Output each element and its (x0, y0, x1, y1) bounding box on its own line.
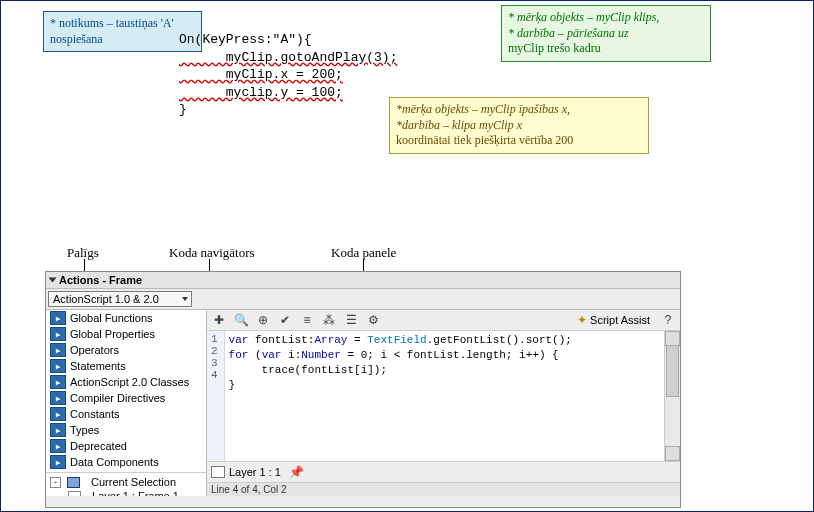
find-icon[interactable]: 🔍 (233, 312, 249, 328)
tree-label: Operators (70, 344, 119, 356)
pin-icon[interactable]: 📌 (289, 464, 305, 480)
tree-layer-item[interactable]: Layer 1 : Frame 1 (46, 489, 206, 496)
book-icon: ▸ (50, 407, 66, 421)
tree-item[interactable]: ▸Types (46, 422, 206, 438)
tree-label: Deprecated (70, 440, 127, 452)
tree-current-selection[interactable]: - Current Selection (46, 475, 206, 489)
layer-icon (211, 466, 225, 478)
help-icon[interactable]: ? (660, 312, 676, 328)
tree-item[interactable]: ▸Statements (46, 358, 206, 374)
script-assist-button[interactable]: ✦Script Assist (577, 313, 650, 327)
scroll-up-icon[interactable] (665, 331, 680, 346)
target-icon[interactable]: ⊕ (255, 312, 271, 328)
actions-panel: Actions - Frame ActionScript 1.0 & 2.0 ▸… (45, 271, 681, 508)
callout-green-l3: myClip trešo kadru (508, 41, 601, 55)
layer-tab-row: Layer 1 : 1 📌 (207, 462, 680, 483)
example-code: On(KeyPress:"A"){ myClip.gotoAndPlay(3);… (179, 31, 397, 119)
book-icon: ▸ (50, 327, 66, 341)
collapse-icon[interactable] (49, 278, 57, 283)
book-icon: ▸ (50, 391, 66, 405)
tree-item[interactable]: ▸ActionScript 2.0 Classes (46, 374, 206, 390)
callout-green-l1: * mērķa objekts – myClip klips, (508, 10, 659, 24)
check-icon[interactable]: ✔ (277, 312, 293, 328)
tree-label: ActionScript 2.0 Classes (70, 376, 189, 388)
tree-label: Compiler Directives (70, 392, 165, 404)
hint-icon[interactable]: ⁂ (321, 312, 337, 328)
tree-label: Types (70, 424, 99, 436)
callout-target-yellow: *mērķa objekts – myClip īpašības x, *dar… (389, 97, 649, 154)
callout-yellow-l3: koordinātai tiek piešķirta vērtība 200 (396, 133, 573, 147)
helper-tree[interactable]: ▸Global Functions ▸Global Properties ▸Op… (46, 310, 207, 496)
callout-green-l2: * darbība – pāriešana uz (508, 26, 629, 40)
debug-icon[interactable]: ☰ (343, 312, 359, 328)
book-icon: ▸ (50, 423, 66, 437)
editor-toolbar: ✚ 🔍 ⊕ ✔ ≡ ⁂ ☰ ⚙ ✦Script Assist ? (207, 310, 680, 331)
panel-title-text: Actions - Frame (59, 274, 142, 286)
label-navigator: Koda navigātors (169, 245, 255, 261)
tree-label: Constants (70, 408, 120, 420)
tree-item[interactable]: ▸Constants (46, 406, 206, 422)
panel-toolbar: ActionScript 1.0 & 2.0 (46, 289, 680, 310)
code-content[interactable]: var fontList:Array = TextField.getFontLi… (225, 331, 576, 461)
tree-label: Layer 1 : Frame 1 (92, 490, 179, 496)
options-icon[interactable]: ⚙ (365, 312, 381, 328)
book-icon: ▸ (50, 455, 66, 469)
frame-icon (68, 491, 81, 497)
book-icon: ▸ (50, 359, 66, 373)
format-icon[interactable]: ≡ (299, 312, 315, 328)
layer-tab-label[interactable]: Layer 1 : 1 (229, 466, 281, 478)
tree-item[interactable]: ▸Operators (46, 342, 206, 358)
scroll-down-icon[interactable] (665, 446, 680, 461)
tree-item[interactable]: ▸Global Functions (46, 310, 206, 326)
callout-target-green: * mērķa objekts – myClip klips, * darbīb… (501, 5, 711, 62)
tree-label: Statements (70, 360, 126, 372)
selection-icon (67, 477, 80, 488)
book-icon: ▸ (50, 439, 66, 453)
code-textarea[interactable]: 1234 var fontList:Array = TextField.getF… (207, 331, 680, 462)
callout-yellow-l2: *darbība – klipa myClip x (396, 118, 522, 132)
book-icon: ▸ (50, 311, 66, 325)
code-editor: ✚ 🔍 ⊕ ✔ ≡ ⁂ ☰ ⚙ ✦Script Assist ? 1234 va… (207, 310, 680, 496)
vertical-scrollbar[interactable] (664, 331, 680, 461)
panel-titlebar[interactable]: Actions - Frame (46, 272, 680, 289)
add-icon[interactable]: ✚ (211, 312, 227, 328)
scroll-thumb[interactable] (666, 345, 679, 397)
tree-label: Global Properties (70, 328, 155, 340)
book-icon: ▸ (50, 375, 66, 389)
script-assist-label: Script Assist (590, 314, 650, 326)
minus-icon[interactable]: - (50, 477, 61, 488)
tree-item[interactable]: ▸Deprecated (46, 438, 206, 454)
tree-item[interactable]: ▸Global Properties (46, 326, 206, 342)
callout-yellow-l1: *mērķa objekts – myClip īpašības x, (396, 102, 570, 116)
tree-label: Current Selection (91, 476, 176, 488)
book-icon: ▸ (50, 343, 66, 357)
tree-item[interactable]: ▸Compiler Directives (46, 390, 206, 406)
tree-item[interactable]: ▸Data Components (46, 454, 206, 470)
line-gutter: 1234 (207, 331, 225, 461)
wand-icon: ✦ (577, 313, 587, 327)
tree-label: Data Components (70, 456, 159, 468)
tree-label: Global Functions (70, 312, 153, 324)
status-bar: Line 4 of 4, Col 2 (207, 483, 680, 496)
language-dropdown[interactable]: ActionScript 1.0 & 2.0 (48, 291, 192, 307)
label-helper: Palīgs (67, 245, 99, 261)
